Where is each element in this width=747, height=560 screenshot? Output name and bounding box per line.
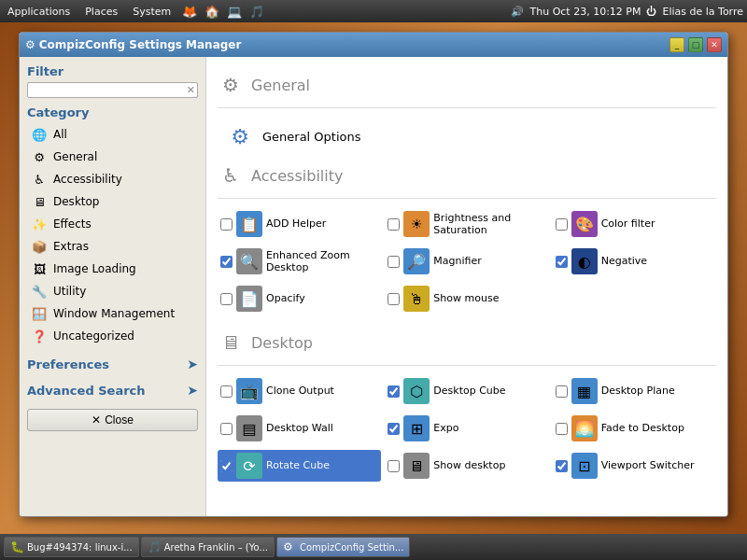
plugin-magnifier[interactable]: 🔎 Magnifier — [385, 245, 548, 277]
plugin-clone-output[interactable]: 📺 Clone Output — [218, 375, 381, 407]
sidebar: Filter ✕ Category 🌐 All ⚙ General ♿ — [20, 57, 206, 516]
plugin-viewport-checkbox[interactable] — [556, 460, 568, 472]
plugin-expo[interactable]: ⊞ Expo — [385, 413, 548, 444]
plugin-show-mouse-label: Show mouse — [433, 292, 499, 304]
plugin-brightness-saturation[interactable]: ☀ Brightness and Saturation — [385, 208, 548, 240]
close-button[interactable]: ✕ Close — [27, 409, 198, 431]
filter-input[interactable] — [30, 85, 187, 96]
plugin-fade-label: Fade to Desktop — [601, 422, 684, 434]
plugin-show-mouse-checkbox[interactable] — [388, 293, 400, 305]
sidebar-item-image-loading[interactable]: 🖼 Image Loading — [27, 258, 198, 280]
opacify-icon: 📄 — [236, 286, 262, 312]
plugin-fade-to-desktop[interactable]: 🌅 Fade to Desktop — [553, 413, 716, 444]
menu-system[interactable]: System — [129, 4, 175, 20]
accessibility-divider — [218, 198, 716, 199]
maximize-button[interactable]: □ — [688, 37, 703, 52]
plugin-clone-output-checkbox[interactable] — [220, 385, 233, 398]
window-icon: ⚙ — [25, 38, 35, 51]
plugin-brightness-label: Brightness and Saturation — [433, 212, 545, 236]
sidebar-item-general[interactable]: ⚙ General — [27, 146, 198, 168]
firefox-icon[interactable]: 🦊 — [182, 5, 197, 19]
power-icon[interactable]: ⏻ — [646, 6, 656, 18]
plugin-add-helper[interactable]: 📋 ADD Helper — [218, 208, 381, 240]
sidebar-item-window-management-label: Window Management — [53, 307, 175, 320]
sidebar-item-desktop[interactable]: 🖥 Desktop — [27, 190, 198, 213]
compiz-icon: ⚙ — [283, 540, 296, 553]
magnifier-icon: 🔎 — [403, 248, 430, 274]
advanced-search-label: Advanced Search — [27, 384, 146, 398]
clock: Thu Oct 23, 10:12 PM — [529, 6, 641, 18]
task-compiz[interactable]: ⚙ CompizConfig Settin... — [276, 537, 410, 557]
plugin-clone-output-label: Clone Output — [266, 385, 334, 397]
plugin-rotate-cube[interactable]: ⟳ Rotate Cube — [218, 450, 381, 482]
bug-report-icon: 🐛 — [10, 540, 23, 553]
task-bug-report[interactable]: 🐛 Bug#494374: linux-i... — [4, 537, 139, 557]
plugin-rotate-cube-checkbox[interactable] — [220, 460, 233, 472]
desktop-section-title: Desktop — [251, 334, 313, 352]
volume-icon[interactable]: 🔊 — [511, 6, 524, 18]
plugin-expo-checkbox[interactable] — [388, 423, 400, 435]
plugin-desktop-plane-label: Desktop Plane — [601, 385, 675, 397]
plugin-desktop-plane[interactable]: ▦ Desktop Plane — [553, 375, 716, 407]
task-aretha[interactable]: 🎵 Aretha Franklin – (Yo... — [141, 537, 275, 557]
plugin-fade-checkbox[interactable] — [556, 423, 568, 435]
taskbar-left: Applications Places System 🦊 🏠 💻 🎵 — [4, 4, 264, 20]
plugin-negative[interactable]: ◐ Negative — [553, 245, 716, 277]
sidebar-item-effects[interactable]: ✨ Effects — [27, 213, 198, 235]
desktop-wall-icon: ▤ — [236, 415, 262, 441]
plugin-opacify-label: Opacify — [266, 292, 305, 304]
accessibility-section-header: ♿ Accessibility — [218, 162, 716, 189]
general-options-item[interactable]: ⚙ General Options — [218, 118, 716, 155]
filter-label: Filter — [27, 64, 198, 78]
advanced-search-header[interactable]: Advanced Search ➤ — [27, 383, 198, 398]
sidebar-item-all[interactable]: 🌐 All — [27, 123, 198, 146]
plugin-show-mouse[interactable]: 🖱 Show mouse — [385, 283, 548, 315]
window-title: CompizConfig Settings Manager — [39, 38, 242, 51]
plugin-opacify-checkbox[interactable] — [220, 293, 233, 305]
plugin-add-helper-checkbox[interactable] — [220, 218, 233, 231]
preferences-header[interactable]: Preferences ➤ — [27, 357, 198, 371]
plugin-color-filter-checkbox[interactable] — [556, 218, 568, 231]
plugin-magnifier-checkbox[interactable] — [388, 256, 400, 268]
general-section-icon: ⚙ — [218, 72, 244, 98]
plugin-negative-checkbox[interactable] — [556, 256, 568, 268]
minimize-button[interactable]: _ — [669, 37, 684, 52]
music-icon[interactable]: 🎵 — [249, 5, 264, 19]
plugin-brightness-checkbox[interactable] — [388, 218, 400, 231]
plugin-desktop-cube-label: Desktop Cube — [433, 385, 505, 397]
titlebar-left: ⚙ CompizConfig Settings Manager — [25, 38, 241, 51]
menu-applications[interactable]: Applications — [4, 4, 74, 20]
plugin-desktop-plane-checkbox[interactable] — [556, 385, 568, 398]
plugin-desktop-wall[interactable]: ▤ Desktop Wall — [218, 413, 381, 444]
filter-clear-icon[interactable]: ✕ — [187, 84, 195, 96]
plugin-viewport-switcher[interactable]: ⊡ Viewport Switcher — [553, 450, 716, 482]
plugin-show-desktop-checkbox[interactable] — [388, 460, 400, 472]
effects-icon: ✨ — [31, 216, 48, 232]
sidebar-item-uncategorized[interactable]: ❓ Uncategorized — [27, 325, 198, 347]
plugin-enhanced-zoom-checkbox[interactable] — [220, 256, 233, 268]
plugin-opacify[interactable]: 📄 Opacify — [218, 283, 381, 315]
sidebar-item-utility[interactable]: 🔧 Utility — [27, 280, 198, 302]
color-filter-icon: 🎨 — [571, 211, 598, 237]
sidebar-item-extras[interactable]: 📦 Extras — [27, 235, 198, 258]
menu-places[interactable]: Places — [81, 4, 121, 20]
plugin-desktop-cube[interactable]: ⬡ Desktop Cube — [385, 375, 548, 407]
plugin-negative-label: Negative — [601, 255, 647, 267]
sidebar-item-effects-label: Effects — [53, 217, 92, 231]
plugin-color-filter[interactable]: 🎨 Color filter — [553, 208, 716, 240]
close-window-button[interactable]: ✕ — [707, 37, 722, 52]
nautilus-icon[interactable]: 🏠 — [204, 5, 219, 19]
plugin-enhanced-zoom[interactable]: 🔍 Enhanced Zoom Desktop — [218, 245, 381, 277]
general-section-header: ⚙ General — [218, 72, 716, 98]
user-name: Elias de la Torre — [662, 6, 743, 18]
plugin-show-desktop[interactable]: 🖥 Show desktop — [385, 450, 548, 482]
sidebar-item-window-management[interactable]: 🪟 Window Management — [27, 302, 198, 325]
plugin-rotate-cube-label: Rotate Cube — [266, 459, 330, 471]
terminal-icon[interactable]: 💻 — [227, 5, 242, 19]
plugin-desktop-wall-checkbox[interactable] — [220, 423, 233, 435]
sidebar-item-accessibility[interactable]: ♿ Accessibility — [27, 168, 198, 190]
desktop-divider — [218, 365, 716, 366]
expo-icon: ⊞ — [403, 415, 430, 441]
plugin-desktop-cube-checkbox[interactable] — [388, 385, 400, 398]
desktop-section-header: 🖥 Desktop — [218, 329, 716, 356]
